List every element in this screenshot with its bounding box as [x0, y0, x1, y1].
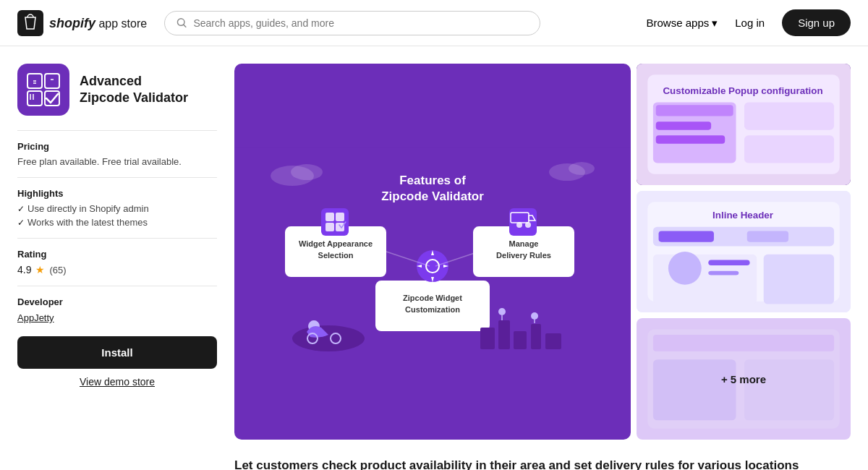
svg-point-69	[668, 252, 702, 285]
svg-rect-48	[514, 331, 527, 349]
view-demo-link[interactable]: View demo store	[17, 376, 217, 388]
svg-rect-25	[326, 223, 334, 231]
svg-rect-66	[659, 231, 714, 242]
svg-text:Widget Appearance: Widget Appearance	[299, 239, 373, 248]
svg-rect-70	[708, 260, 749, 266]
more-label: + 5 more	[721, 373, 766, 385]
app-icon-svg	[20, 67, 67, 113]
svg-text:Zipcode Widget: Zipcode Widget	[403, 294, 462, 302]
svg-rect-58	[744, 135, 834, 163]
svg-text:Inline Header: Inline Header	[712, 210, 773, 221]
main-content: Advanced Zipcode Validator Pricing Free …	[0, 46, 868, 470]
shopify-bag-icon	[17, 10, 43, 36]
browse-apps-button[interactable]: Browse apps ▾	[647, 17, 718, 30]
highlights-section: Highlights ✓ Use directly in Shopify adm…	[17, 188, 217, 228]
thumb1-svg: Customizable Popup configuration	[637, 64, 851, 185]
search-input[interactable]	[193, 17, 528, 29]
divider-1	[17, 130, 217, 131]
install-button[interactable]: Install	[17, 336, 217, 369]
main-feature-svg: Features of Zipcode Validator Widget App…	[234, 64, 631, 440]
svg-rect-59	[656, 105, 733, 116]
svg-rect-57	[744, 102, 834, 129]
svg-rect-71	[708, 271, 739, 275]
divider-3	[17, 238, 217, 239]
pricing-section: Pricing Free plan available. Free trial …	[17, 141, 217, 167]
svg-rect-72	[764, 255, 834, 304]
app-description-section: Let customers check product availability…	[234, 457, 851, 470]
svg-point-51	[498, 308, 506, 315]
logo-text: shopify app store	[49, 17, 147, 30]
image-gallery: Features of Zipcode Validator Widget App…	[234, 64, 851, 440]
svg-text:Delivery Rules: Delivery Rules	[496, 251, 551, 260]
svg-text:Features of: Features of	[399, 174, 466, 187]
svg-rect-2	[20, 67, 67, 113]
svg-point-16	[569, 162, 595, 175]
gallery-thumb-1[interactable]: Customizable Popup configuration	[637, 64, 851, 185]
pricing-value: Free plan available. Free trial availabl…	[17, 156, 217, 167]
rating-label: Rating	[17, 249, 217, 260]
content-area: Features of Zipcode Validator Widget App…	[234, 64, 851, 470]
svg-point-52	[531, 312, 538, 320]
svg-text:Customization: Customization	[405, 305, 460, 314]
svg-rect-23	[326, 213, 334, 221]
check-icon-2: ✓	[17, 218, 25, 228]
developer-section: Developer AppJetty	[17, 296, 217, 323]
pricing-label: Pricing	[17, 141, 217, 152]
developer-label: Developer	[17, 296, 217, 307]
app-tagline: Let customers check product availability…	[234, 457, 851, 470]
svg-text:Zipcode Validator: Zipcode Validator	[381, 189, 484, 203]
gallery-thumb-2[interactable]: Inline Header	[637, 191, 851, 312]
highlights-list: ✓ Use directly in Shopify admin ✓ Works …	[17, 203, 217, 228]
rating-row: 4.9 ★ (65)	[17, 264, 217, 275]
svg-rect-22	[321, 208, 349, 236]
app-name: Advanced Zipcode Validator	[80, 73, 188, 107]
highlight-item-1: ✓ Use directly in Shopify admin	[17, 203, 217, 214]
rating-count: (65)	[49, 265, 66, 275]
star-icon: ★	[35, 264, 45, 275]
thumb2-svg: Inline Header	[637, 191, 851, 312]
svg-point-42	[292, 325, 365, 351]
svg-text:Customizable Popup configurati: Customizable Popup configuration	[663, 85, 822, 96]
svg-rect-26	[336, 223, 344, 231]
more-overlay: + 5 more	[637, 318, 851, 440]
svg-rect-47	[498, 320, 510, 349]
gallery-main-image[interactable]: Features of Zipcode Validator Widget App…	[234, 64, 631, 440]
highlights-label: Highlights	[17, 188, 217, 199]
svg-rect-67	[747, 231, 788, 242]
svg-rect-60	[656, 121, 711, 129]
sign-up-button[interactable]: Sign up	[782, 9, 851, 36]
highlight-item-2: ✓ Works with the latest themes	[17, 217, 217, 228]
search-icon	[176, 17, 187, 29]
header-nav: Browse apps ▾ Log in Sign up	[647, 9, 851, 36]
svg-rect-49	[531, 324, 541, 349]
search-bar	[164, 11, 540, 35]
svg-rect-61	[656, 135, 725, 143]
svg-text:Selection: Selection	[318, 251, 354, 260]
log-in-button[interactable]: Log in	[735, 17, 765, 29]
svg-rect-50	[545, 333, 561, 349]
developer-link[interactable]: AppJetty	[17, 312, 54, 323]
rating-section: Rating 4.9 ★ (65)	[17, 249, 217, 275]
app-header-info: Advanced Zipcode Validator	[17, 64, 217, 116]
svg-point-14	[291, 164, 323, 180]
sidebar: Advanced Zipcode Validator Pricing Free …	[17, 64, 234, 470]
shopify-logo[interactable]: shopify app store	[17, 10, 147, 36]
divider-2	[17, 177, 217, 178]
chevron-down-icon: ▾	[712, 17, 718, 30]
site-header: shopify app store Browse apps ▾ Log in S…	[0, 0, 868, 46]
svg-text:Manage: Manage	[509, 239, 539, 248]
check-icon-1: ✓	[17, 204, 25, 214]
svg-rect-46	[480, 328, 495, 349]
divider-4	[17, 286, 217, 286]
app-icon	[17, 64, 69, 116]
rating-number: 4.9	[17, 264, 31, 275]
svg-rect-24	[336, 213, 344, 221]
gallery-thumb-3[interactable]: + 5 more	[637, 318, 851, 440]
